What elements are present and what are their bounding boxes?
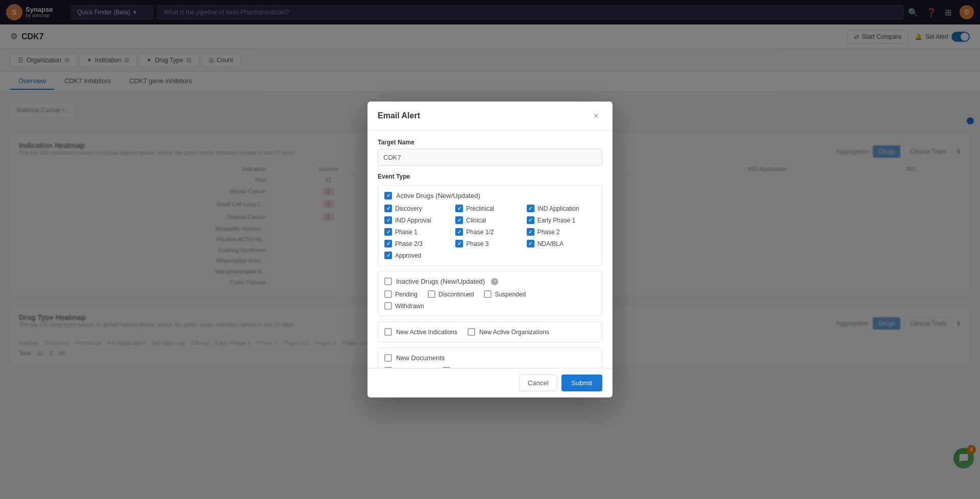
new-documents-checkbox[interactable] bbox=[384, 354, 392, 362]
checkbox-clinical: Clinical bbox=[455, 216, 524, 224]
checkbox-discontinued: Discontinued bbox=[428, 290, 474, 298]
inactive-drugs-section: Inactive Drugs (New/Updated) ? Pending D… bbox=[378, 271, 602, 316]
email-alert-modal: Email Alert × Target Name Event Type Act… bbox=[368, 102, 612, 375]
discovery-checkbox[interactable] bbox=[384, 205, 392, 212]
target-name-label: Target Name bbox=[378, 139, 602, 146]
active-drugs-label: Active Drugs (New/Updated) bbox=[396, 192, 480, 199]
inactive-drugs-header: Inactive Drugs (New/Updated) ? bbox=[384, 278, 596, 285]
pending-checkbox[interactable] bbox=[384, 290, 392, 298]
checkbox-pending: Pending bbox=[384, 290, 418, 298]
new-documents-section: New Documents Clinical Trials Patents bbox=[378, 347, 602, 368]
inactive-drugs-help-icon[interactable]: ? bbox=[491, 278, 498, 285]
checkbox-phase-1: Phase 1 bbox=[384, 228, 453, 236]
modal-header: Email Alert × bbox=[368, 102, 612, 131]
preclinical-checkbox[interactable] bbox=[455, 205, 463, 212]
inactive-drugs-checkbox[interactable] bbox=[384, 278, 392, 285]
checkbox-withdrawn: Withdrawn bbox=[384, 302, 596, 310]
withdrawn-row: Withdrawn bbox=[384, 302, 596, 310]
new-active-indications-item: New Active Indications bbox=[384, 328, 457, 336]
active-drugs-header: Active Drugs (New/Updated) bbox=[384, 192, 596, 199]
new-documents-label: New Documents bbox=[396, 354, 445, 362]
new-active-organizations-label: New Active Organizations bbox=[479, 329, 549, 336]
cancel-button[interactable]: Cancel bbox=[519, 375, 557, 375]
checkbox-preclinical: Preclinical bbox=[455, 205, 524, 212]
clinical-checkbox[interactable] bbox=[455, 216, 463, 224]
event-type-label: Event Type bbox=[378, 173, 602, 180]
checkbox-approved: Approved bbox=[384, 252, 453, 259]
inactive-drugs-checkboxes: Pending Discontinued Suspended bbox=[384, 290, 596, 298]
new-documents-header: New Documents bbox=[384, 354, 596, 362]
modal-title: Email Alert bbox=[378, 111, 420, 120]
checkbox-nda-bla: NDA/BLA bbox=[527, 240, 596, 247]
modal-close-button[interactable]: × bbox=[590, 110, 602, 122]
new-active-row: New Active Indications New Active Organi… bbox=[384, 328, 596, 336]
phase3-checkbox[interactable] bbox=[455, 240, 463, 247]
new-active-indications-label: New Active Indications bbox=[396, 329, 457, 336]
checkbox-ind-approval: IND Approval bbox=[384, 216, 453, 224]
checkbox-phase-3: Phase 3 bbox=[455, 240, 524, 247]
phase2-3-checkbox[interactable] bbox=[384, 240, 392, 247]
active-drugs-checkbox[interactable] bbox=[384, 192, 392, 199]
active-drugs-section: Active Drugs (New/Updated) Discovery Pre… bbox=[378, 185, 602, 266]
target-name-input[interactable] bbox=[378, 149, 602, 166]
submit-button[interactable]: Submit bbox=[561, 375, 602, 375]
checkbox-ind-application: IND Application bbox=[527, 205, 596, 212]
active-drugs-checkboxes: Discovery Preclinical IND Application IN… bbox=[384, 205, 596, 259]
modal-footer: Cancel Submit bbox=[368, 368, 612, 375]
nda-bla-checkbox[interactable] bbox=[527, 240, 534, 247]
inactive-drugs-label: Inactive Drugs (New/Updated) bbox=[396, 278, 485, 285]
phase1-checkbox[interactable] bbox=[384, 228, 392, 236]
modal-body: Target Name Event Type Active Drugs (New… bbox=[368, 131, 612, 368]
ind-application-checkbox[interactable] bbox=[527, 205, 534, 212]
checkbox-suspended: Suspended bbox=[484, 290, 526, 298]
new-active-organizations-checkbox[interactable] bbox=[468, 328, 475, 336]
new-active-organizations-item: New Active Organizations bbox=[468, 328, 549, 336]
suspended-checkbox[interactable] bbox=[484, 290, 492, 298]
early-phase1-checkbox[interactable] bbox=[527, 216, 534, 224]
phase1-2-checkbox[interactable] bbox=[455, 228, 463, 236]
modal-overlay[interactable]: Email Alert × Target Name Event Type Act… bbox=[0, 0, 980, 375]
approved-checkbox[interactable] bbox=[384, 252, 392, 259]
ind-approval-checkbox[interactable] bbox=[384, 216, 392, 224]
new-active-indications-checkbox[interactable] bbox=[384, 328, 392, 336]
checkbox-early-phase-1: Early Phase 1 bbox=[527, 216, 596, 224]
phase2-checkbox[interactable] bbox=[527, 228, 534, 236]
discontinued-checkbox[interactable] bbox=[428, 290, 435, 298]
checkbox-phase-2-3: Phase 2/3 bbox=[384, 240, 453, 247]
checkbox-phase-1-2: Phase 1/2 bbox=[455, 228, 524, 236]
checkbox-phase-2: Phase 2 bbox=[527, 228, 596, 236]
withdrawn-checkbox[interactable] bbox=[384, 302, 392, 310]
new-active-section: New Active Indications New Active Organi… bbox=[378, 321, 602, 342]
checkbox-discovery: Discovery bbox=[384, 205, 453, 212]
